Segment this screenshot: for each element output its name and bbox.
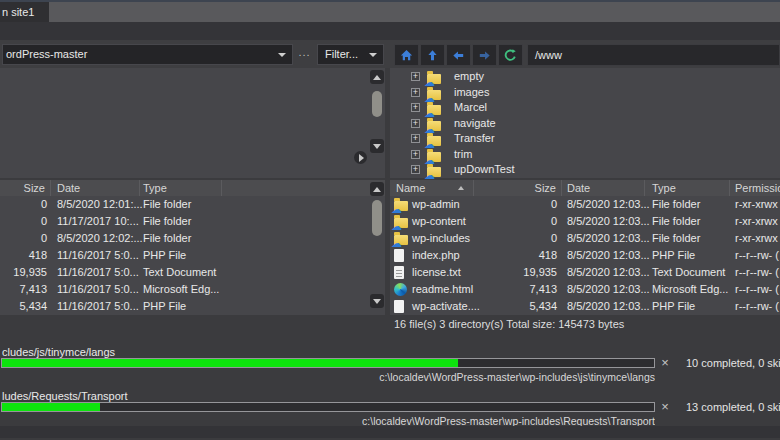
remote-file-row[interactable]: ☁wp-includes08/5/2020 12:03...File folde…	[390, 230, 780, 247]
local-file-row[interactable]: 7,41311/16/2017 5:0...Microsoft Edg...	[0, 281, 385, 298]
home-button[interactable]	[394, 44, 419, 66]
cell-size: 7,413	[0, 281, 47, 298]
scroll-up-button[interactable]	[370, 182, 384, 196]
cell-size: 19,935	[474, 264, 557, 281]
column-header-name-label: Name	[396, 182, 425, 194]
local-file-row[interactable]: 19,93511/16/2017 5:0...Text Document	[0, 264, 385, 281]
tree-item-Marcel[interactable]: ☁Marcel	[390, 100, 780, 115]
expand-icon[interactable]	[411, 72, 420, 81]
column-header-permission[interactable]: Permission	[730, 180, 780, 196]
cell-name: readme.html	[412, 281, 473, 298]
transfer-progress-bar	[1, 402, 655, 412]
close-icon[interactable]	[659, 401, 671, 413]
transfer-progress-fill	[2, 359, 458, 367]
tree-item-trim[interactable]: ☁trim	[390, 147, 780, 162]
local-file-row[interactable]: 08/5/2020 12:02:...File folder	[0, 230, 385, 247]
forward-button[interactable]	[472, 44, 497, 66]
transfer-remote-path: ludes/Requests/Transport	[2, 390, 128, 402]
triangle-up-icon	[373, 75, 381, 80]
cell-date: 8/5/2020 12:03...	[567, 196, 650, 213]
local-file-row[interactable]: 011/17/2017 10:...File folder	[0, 213, 385, 230]
cell-type: File folder	[652, 230, 700, 247]
column-header-date[interactable]: Date	[51, 180, 140, 196]
local-file-row[interactable]: 41811/16/2017 5:0...PHP File	[0, 247, 385, 264]
remote-path-input[interactable]: /www	[527, 44, 780, 66]
cell-date: 11/16/2017 5:0...	[57, 247, 139, 264]
scrollbar-thumb[interactable]	[372, 91, 382, 117]
transfer-item: cludes/js/tinymce/langs10 completed, 0 s…	[0, 345, 780, 387]
scrollbar-thumb[interactable]	[372, 200, 382, 236]
cell-name: wp-includes	[412, 230, 470, 247]
cell-date: 11/16/2017 5:0...	[57, 264, 139, 281]
local-file-row[interactable]: 08/5/2020 12:01:...File folder	[0, 196, 385, 213]
arrow-left-icon	[451, 48, 466, 63]
local-tree[interactable]	[0, 68, 385, 178]
remote-file-row[interactable]: index.php4188/5/2020 12:03...PHP Filer--…	[390, 247, 780, 264]
tree-item-images[interactable]: ☁images	[390, 85, 780, 100]
expand-icon[interactable]	[411, 165, 420, 174]
sort-ascending-icon	[458, 186, 464, 190]
tree-item-Transfer[interactable]: ☁Transfer	[390, 131, 780, 146]
cell-type: File folder	[652, 213, 700, 230]
remote-tree[interactable]: ☁empty☁images☁Marcel☁navigate☁Transfer☁t…	[390, 68, 780, 178]
triangle-up-icon	[373, 187, 381, 192]
column-header-size[interactable]: Size	[0, 180, 51, 196]
back-button[interactable]	[446, 44, 471, 66]
local-path-value: ordPress-master	[3, 45, 278, 64]
file-icon	[394, 300, 404, 313]
cell-type: Microsoft Edg...	[652, 281, 728, 298]
remote-file-row[interactable]: wp-activate....5,4348/5/2020 12:03...PHP…	[390, 298, 780, 315]
cell-type: PHP File	[652, 298, 695, 315]
expand-icon[interactable]	[411, 103, 420, 112]
queue-bottom-strip	[0, 426, 780, 438]
tab-site1[interactable]: n site1	[0, 2, 49, 22]
tree-item-upDownTest[interactable]: ☁upDownTest	[390, 162, 780, 177]
cell-size: 5,434	[474, 298, 557, 315]
remote-file-row[interactable]: ☁wp-content08/5/2020 12:03...File folder…	[390, 213, 780, 230]
local-file-list[interactable]: 08/5/2020 12:01:...File folder011/17/201…	[0, 196, 385, 315]
close-icon[interactable]	[659, 357, 671, 369]
chevron-down-icon[interactable]	[369, 53, 377, 57]
transfer-status: 13 completed, 0 skipp	[686, 401, 780, 413]
cell-permission: r-xr-xrwx	[735, 230, 780, 247]
column-header-name[interactable]: Name	[390, 180, 474, 196]
triangle-down-icon	[373, 144, 381, 149]
scroll-down-button[interactable]	[370, 139, 384, 153]
cell-size: 0	[0, 196, 47, 213]
local-list-header: Size Date Type	[0, 180, 385, 196]
column-header-size[interactable]: Size	[474, 180, 562, 196]
remote-file-list[interactable]: ☁wp-admin08/5/2020 12:03...File folderr-…	[390, 196, 780, 315]
remote-file-row[interactable]: readme.html7,4138/5/2020 12:03...Microso…	[390, 281, 780, 298]
browse-button[interactable]: ...	[296, 44, 313, 65]
column-header-type[interactable]: Type	[645, 180, 730, 196]
splitter-expand-button[interactable]	[354, 151, 367, 164]
cell-permission: r--r--rw- (	[735, 281, 780, 298]
expand-icon[interactable]	[411, 119, 420, 128]
expand-icon[interactable]	[411, 88, 420, 97]
cell-name: index.php	[412, 247, 460, 264]
filter-dropdown[interactable]: Filter...	[317, 44, 384, 65]
folder-cloud-icon: ☁	[427, 166, 441, 181]
cell-date: 11/16/2017 5:0...	[57, 298, 139, 315]
tree-item-empty[interactable]: ☁empty	[390, 69, 780, 84]
column-header-type[interactable]: Type	[140, 180, 222, 196]
tree-item-navigate[interactable]: ☁navigate	[390, 116, 780, 131]
cell-size: 5,434	[0, 298, 47, 315]
cell-size: 0	[0, 213, 47, 230]
expand-icon[interactable]	[411, 134, 420, 143]
cell-date: 8/5/2020 12:01:...	[57, 196, 143, 213]
refresh-button[interactable]	[498, 44, 523, 66]
scroll-down-button[interactable]	[370, 294, 384, 308]
column-header-date[interactable]: Date	[562, 180, 645, 196]
local-path-combobox[interactable]: ordPress-master	[2, 44, 293, 65]
up-directory-button[interactable]	[420, 44, 445, 66]
remote-file-row[interactable]: license.txt19,9358/5/2020 12:03...Text D…	[390, 264, 780, 281]
remote-file-row[interactable]: ☁wp-admin08/5/2020 12:03...File folderr-…	[390, 196, 780, 213]
local-file-row[interactable]: 5,43411/16/2017 5:0...PHP File	[0, 298, 385, 315]
cell-date: 11/17/2017 10:...	[57, 213, 139, 230]
scroll-up-button[interactable]	[370, 70, 384, 84]
ftp-client-window: n site1 ordPress-master ... Filter... /w…	[0, 0, 780, 440]
cell-date: 8/5/2020 12:03...	[567, 230, 650, 247]
chevron-down-icon[interactable]	[278, 53, 286, 57]
expand-icon[interactable]	[411, 150, 420, 159]
